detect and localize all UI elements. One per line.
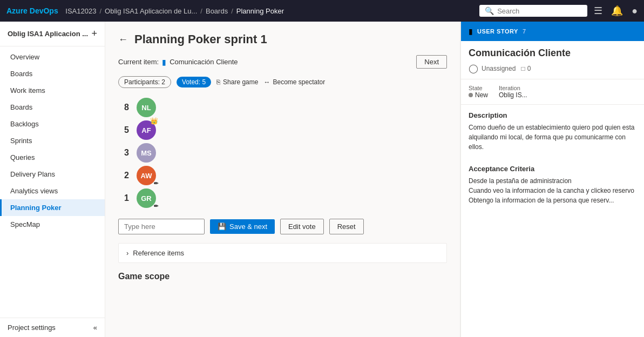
breadcrumb-boards[interactable]: Boards [206, 7, 228, 15]
main-layout: Oblig ISA1 Aplicacion ... + Overview Boa… [0, 22, 644, 337]
search-input[interactable] [497, 7, 582, 15]
search-icon: 🔍 [485, 6, 494, 15]
edit-icon: ✏ [154, 180, 158, 186]
vote-number: 2 [118, 171, 129, 180]
sidebar-item-backlogs[interactable]: Backlogs [0, 116, 105, 132]
spectator-icon: ↔ [263, 78, 270, 86]
vote-list: 8 NL 5 AF 👑 3 MS [118, 98, 447, 208]
table-row: 8 NL [118, 98, 447, 117]
game-scope-section: Game scope [118, 272, 447, 281]
current-item-row: Current item: ▮ Comunicación Cliente Nex… [118, 55, 447, 69]
content-area: ← Planning Poker sprint 1 Current item: … [105, 22, 644, 337]
edit-vote-button[interactable]: Edit vote [280, 219, 324, 234]
table-row: 2 AW ✏ [118, 166, 447, 185]
avatar: AW ✏ [137, 166, 156, 185]
detail-type-number: 7 [523, 28, 526, 35]
sidebar-nav: Overview Boards Work items Boards Backlo… [0, 46, 105, 318]
state-dot [469, 93, 473, 97]
detail-panel: ▮ USER STORY 7 Comunicación Cliente ◯ Un… [460, 22, 644, 337]
collapse-icon[interactable]: « [93, 323, 97, 332]
sidebar-item-boards-main[interactable]: Boards [0, 65, 105, 82]
sidebar-item-overview[interactable]: Overview [0, 49, 105, 65]
state-field: State New [469, 85, 488, 99]
search-bar[interactable]: 🔍 [479, 5, 587, 17]
breadcrumb-isa[interactable]: ISA12023 [65, 7, 96, 15]
sidebar-item-queries[interactable]: Queries [0, 149, 105, 166]
edit-icon: ✏ [154, 203, 158, 209]
sidebar: Oblig ISA1 Aplicacion ... + Overview Boa… [0, 22, 105, 337]
project-name: Oblig ISA1 Aplicacion ... [8, 30, 88, 38]
add-project-button[interactable]: + [91, 28, 97, 39]
detail-header: ▮ USER STORY 7 [461, 22, 644, 41]
sidebar-header: Oblig ISA1 Aplicacion ... + [0, 22, 105, 46]
poker-title: Planning Poker sprint 1 [134, 32, 267, 46]
breadcrumb: ISA12023 / Oblig ISA1 Aplicacion de Lu..… [60, 7, 284, 15]
next-button[interactable]: Next [416, 55, 447, 69]
breadcrumb-poker[interactable]: Planning Poker [236, 7, 284, 15]
avatar: MS [137, 143, 156, 163]
avatar: AF 👑 [137, 120, 156, 140]
save-next-label: Save & next [229, 223, 267, 231]
detail-title: Comunicación Cliente [461, 41, 644, 63]
poker-title-row: ← Planning Poker sprint 1 [118, 32, 447, 46]
save-icon: 💾 [218, 223, 226, 231]
reset-button[interactable]: Reset [329, 219, 364, 234]
sidebar-item-analytics[interactable]: Analytics views [0, 183, 105, 199]
detail-fields: State New Iteration Oblig IS... [461, 79, 644, 105]
crown-icon: 👑 [150, 117, 158, 125]
acceptance-section: Acceptance Criteria Desde la pestaña de … [461, 158, 644, 212]
detail-type-label: USER STORY [477, 28, 518, 35]
sidebar-item-poker[interactable]: Planning Poker [0, 199, 105, 216]
iteration-field: Iteration Oblig IS... [499, 85, 527, 99]
assignee-label: Unassigned [482, 65, 516, 72]
vote-number: 8 [118, 103, 129, 112]
comment-icon: □ [521, 65, 525, 72]
sidebar-item-specmap[interactable]: SpecMap [0, 216, 105, 233]
table-row: 5 AF 👑 [118, 120, 447, 140]
assignee-field: ◯ Unassigned [469, 63, 516, 73]
vote-number: 1 [118, 193, 129, 203]
sidebar-item-delivery[interactable]: Delivery Plans [0, 166, 105, 183]
breadcrumb-project[interactable]: Oblig ISA1 Aplicacion de Lu... [105, 7, 197, 15]
share-icon: ⎘ [216, 78, 220, 86]
acceptance-line-3: Obtengo la informacion de la persona que… [469, 196, 636, 205]
vote-input[interactable] [118, 219, 205, 234]
vote-number: 3 [118, 148, 129, 158]
brand-logo: Azure DevOps [6, 6, 58, 15]
sidebar-item-sprints[interactable]: Sprints [0, 132, 105, 149]
settings-icon[interactable]: ☰ [594, 5, 602, 17]
iteration-label: Iteration [499, 85, 527, 91]
avatar: NL [137, 98, 156, 117]
person-icon[interactable]: ● [632, 5, 638, 17]
bag-icon[interactable]: 🔔 [611, 5, 623, 17]
detail-meta: ◯ Unassigned □ 0 [461, 63, 644, 79]
share-game-button[interactable]: ⎘ Share game [216, 78, 258, 86]
game-scope-title: Game scope [118, 272, 447, 281]
back-button[interactable]: ← [118, 34, 128, 45]
comment-number: 0 [527, 65, 531, 72]
share-label: Share game [223, 78, 258, 86]
nav-icons: ☰ 🔔 ● [594, 5, 638, 17]
acceptance-line-1: Desde la pestaña de administracion [469, 176, 636, 186]
description-text: Como dueño de un establecimiento quiero … [469, 123, 636, 152]
save-next-button[interactable]: 💾 Save & next [210, 219, 275, 234]
vote-number: 5 [118, 125, 129, 135]
current-item-text: Current item: [118, 58, 159, 66]
top-nav: Azure DevOps ISA12023 / Oblig ISA1 Aplic… [0, 0, 644, 22]
state-value: New [469, 91, 488, 99]
table-row: 3 MS [118, 143, 447, 163]
chevron-right-icon: › [126, 249, 128, 257]
spectator-label: Become spectator [273, 78, 325, 86]
voted-badge: Voted: 5 [177, 77, 211, 87]
table-row: 1 GR ✏ [118, 188, 447, 208]
current-item-name: Comunicación Cliente [170, 58, 238, 66]
project-settings[interactable]: Project settings « [0, 318, 105, 337]
sidebar-item-boards[interactable]: Boards [0, 99, 105, 116]
spectator-button[interactable]: ↔ Become spectator [263, 78, 325, 86]
sidebar-item-work-items[interactable]: Work items [0, 82, 105, 99]
reference-items-label: Reference items [133, 249, 184, 257]
project-settings-label: Project settings [8, 323, 56, 332]
state-label: State [469, 85, 488, 91]
action-row: 💾 Save & next Edit vote Reset [118, 219, 447, 234]
reference-items-row[interactable]: › Reference items [118, 243, 447, 263]
